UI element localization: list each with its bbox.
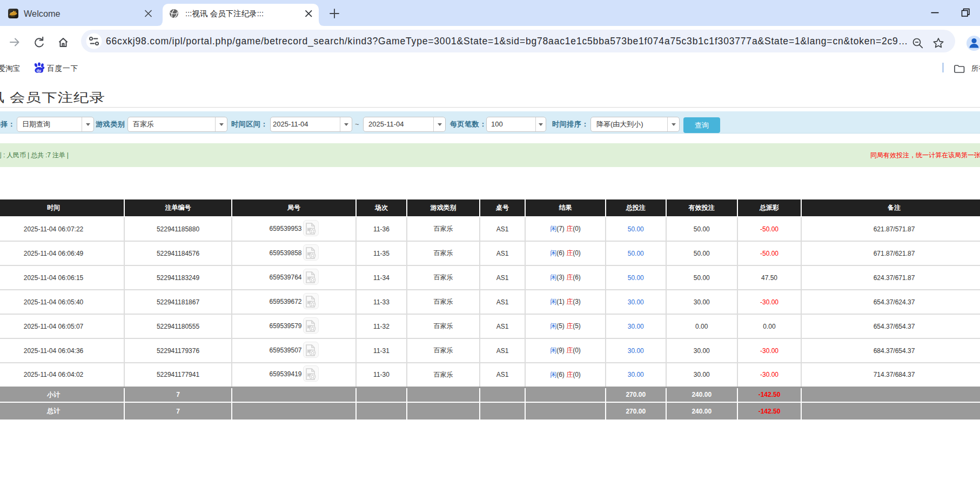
svg-text:du: du — [37, 69, 42, 72]
